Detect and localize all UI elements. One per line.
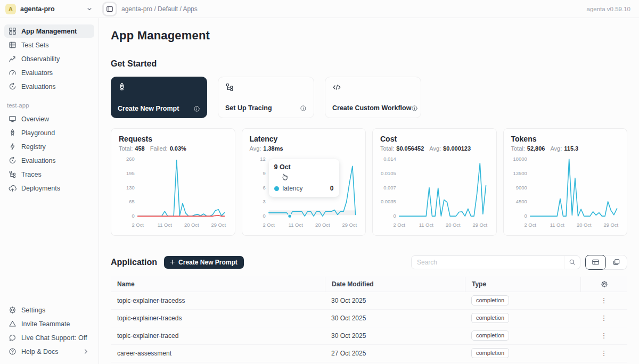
evaluations-icon [9, 156, 17, 164]
table-row[interactable]: topic-explainer-traceds30 Oct 2025comple… [111, 310, 627, 327]
sidebar-group-label: test-app [7, 102, 94, 109]
chat-icon [9, 334, 17, 342]
table-row[interactable]: career-assessment27 Oct 2025completion⋮ [111, 345, 627, 362]
type-badge: completion [471, 313, 509, 323]
card-label: Set Up Tracing [225, 104, 272, 112]
type-badge: completion [471, 295, 509, 305]
sidebar-item-app-management[interactable]: App Management [4, 24, 94, 38]
workspace-selector[interactable]: A agenta-pro [0, 4, 99, 14]
sidebar-item-evaluations[interactable]: Evaluations [4, 80, 94, 93]
sidebar-item-label: Registry [21, 143, 46, 151]
chart-area-requests[interactable]: 0651301952602 Oct11 Oct20 Oct29 Oct [119, 154, 227, 233]
svg-text:11 Oct: 11 Oct [288, 222, 302, 228]
card-label: Create New Prompt [118, 105, 179, 112]
info-icon[interactable] [300, 105, 307, 112]
search-icon[interactable] [564, 256, 580, 269]
sidebar-item-overview[interactable]: Overview [4, 112, 94, 126]
svg-text:65: 65 [129, 198, 134, 204]
chevron-right-icon [82, 348, 90, 355]
svg-text:0: 0 [524, 213, 527, 219]
observability-icon [9, 55, 17, 63]
set-up-tracing-card[interactable]: Set Up Tracing [218, 77, 314, 118]
chart-stat: Total:52,806 [511, 145, 545, 152]
sidebar-item-label: Invite Teammate [21, 320, 70, 328]
topbar: A agenta-pro agenta-pro / Default / Apps… [0, 0, 639, 18]
sidebar-footer-item-help-docs[interactable]: Help & Docs [4, 345, 94, 358]
sidebar-item-deployments[interactable]: Deployments [4, 181, 94, 195]
table-view-button[interactable] [585, 255, 606, 270]
info-icon[interactable] [411, 105, 418, 112]
table-row[interactable]: topic-explainer-tracedss30 Oct 2025compl… [111, 292, 627, 310]
sidebar-footer-item-live-chat-support-off[interactable]: Live Chat Support: Off [4, 331, 94, 344]
chart-card-latency: LatencyAvg:1.38ms0369122 Oct11 Oct20 Oct… [242, 128, 366, 236]
monitor-icon [9, 115, 17, 123]
sidebar-item-label: Deployments [21, 185, 60, 192]
info-icon[interactable] [193, 105, 200, 112]
row-menu-button[interactable]: ⋮ [597, 296, 611, 305]
app-date-modified: 27 Oct 2025 [325, 350, 465, 357]
sidebar-item-traces[interactable]: Traces [4, 168, 94, 181]
column-date-modified[interactable]: Date Modified [325, 277, 465, 292]
traces-icon [9, 170, 17, 178]
card-view-button[interactable] [606, 255, 627, 270]
application-heading: Application [111, 258, 157, 267]
sidebar-item-registry[interactable]: Registry [4, 140, 94, 153]
create-new-prompt-card[interactable]: Create New Prompt [111, 77, 207, 118]
row-menu-button[interactable]: ⋮ [597, 331, 611, 340]
sidebar-item-evaluators[interactable]: Evaluators [4, 66, 94, 79]
sidebar-item-evaluations[interactable]: Evaluations [4, 154, 94, 167]
create-new-prompt-button[interactable]: Create New Prompt [164, 256, 244, 269]
chart-title: Cost [380, 135, 489, 143]
card-view-icon [612, 258, 620, 266]
column-type[interactable]: Type [465, 277, 580, 292]
get-started-heading: Get Started [111, 59, 627, 69]
svg-text:11 Oct: 11 Oct [158, 222, 172, 228]
tooltip-value: 0 [330, 185, 334, 192]
svg-text:2 Oct: 2 Oct [263, 222, 275, 228]
sidebar-item-observability[interactable]: Observability [4, 52, 94, 65]
chart-title: Latency [250, 135, 358, 143]
app-type: completion [465, 295, 580, 305]
create-button-label: Create New Prompt [178, 259, 237, 266]
app-date-modified: 30 Oct 2025 [325, 297, 465, 304]
chart-card-requests: RequestsTotal:458Failed:0.03%06513019526… [111, 128, 235, 236]
sidebar-footer-item-invite-teammate[interactable]: Invite Teammate [4, 317, 94, 330]
chart-card-cost: CostTotal:$0.056452Avg:$0.00012300.00350… [372, 128, 497, 236]
help-icon [9, 348, 17, 355]
chart-area-tokens[interactable]: 04500900013500180002 Oct11 Oct20 Oct29 O… [511, 154, 620, 233]
version-label: agenta v0.59.10 [587, 6, 639, 12]
chart-svg: 0651301952602 Oct11 Oct20 Oct29 Oct [119, 154, 227, 233]
row-menu-button[interactable]: ⋮ [597, 313, 611, 322]
create-custom-workflow-card[interactable]: Create Custom Workflow [325, 77, 421, 118]
breadcrumb[interactable]: agenta-pro / Default / Apps [121, 5, 198, 13]
chart-stat: Failed:0.03% [150, 145, 186, 152]
sidebar-item-test-sets[interactable]: Test Sets [4, 38, 94, 52]
evaluations-icon [9, 82, 17, 90]
sidebar-item-playground[interactable]: Playground [4, 126, 94, 139]
sidebar-item-label: Evaluators [21, 69, 53, 77]
table-view-icon [592, 258, 600, 266]
get-started-cards: Create New Prompt Set Up Tracing [111, 77, 627, 118]
table-row[interactable]: topic-explainer-traced30 Oct 2025complet… [111, 327, 627, 345]
svg-text:20 Oct: 20 Oct [315, 222, 330, 228]
column-name[interactable]: Name [111, 277, 325, 292]
chart-stat: Total:$0.056452 [380, 145, 424, 152]
row-menu-button[interactable]: ⋮ [597, 349, 611, 358]
page-title: App Management [111, 29, 627, 43]
svg-text:195: 195 [126, 170, 135, 176]
svg-text:9000: 9000 [515, 185, 527, 191]
search-input[interactable] [412, 259, 564, 266]
table-settings[interactable] [580, 277, 627, 292]
app-window: A agenta-pro agenta-pro / Default / Apps… [0, 0, 639, 364]
chart-area-cost[interactable]: 00.00350.0070.01050.0142 Oct11 Oct20 Oct… [380, 154, 489, 233]
card-label: Create Custom Workflow [332, 104, 411, 112]
sidebar-item-label: App Management [21, 28, 77, 35]
svg-text:29 Oct: 29 Oct [603, 222, 618, 228]
svg-text:9: 9 [263, 170, 265, 176]
search-box [411, 255, 580, 269]
sidebar-collapse-button[interactable] [102, 2, 117, 16]
sidebar-footer-item-settings[interactable]: Settings [4, 303, 94, 317]
chart-stat: Avg:115.3 [550, 145, 578, 152]
chart-area-latency[interactable]: 0369122 Oct11 Oct20 Oct29 Oct9 Octlatenc… [250, 154, 358, 233]
gauge-icon [9, 69, 17, 77]
